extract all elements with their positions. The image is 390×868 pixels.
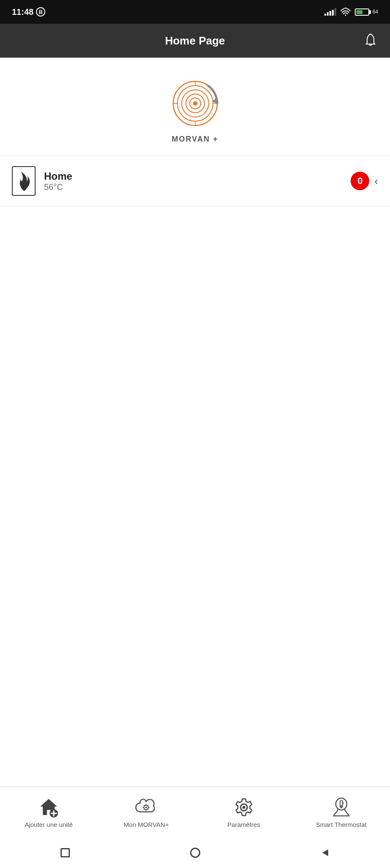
settings-icon (233, 796, 255, 818)
app-header: Home Page (0, 24, 390, 58)
nav-item-add-unit[interactable]: Ajouter une unité (0, 796, 97, 828)
page-title: Home Page (165, 34, 225, 47)
android-square-button[interactable] (58, 845, 73, 860)
bottom-nav: Ajouter une unité (0, 787, 390, 837)
status-icons: 64 (324, 8, 378, 16)
alert-badge[interactable]: 0 (351, 172, 369, 190)
bell-icon[interactable] (363, 32, 378, 49)
device-actions: 0 ‹ (351, 172, 378, 190)
nav-label-mon-morvan: Mon MORVAN+ (124, 821, 169, 828)
chevron-right-icon[interactable]: ‹ (374, 175, 378, 188)
logo-area: MORVAN + (0, 58, 390, 156)
nav-item-smart-thermostat[interactable]: Smart Thermostat (293, 796, 390, 828)
svg-marker-33 (322, 849, 328, 856)
brand-logo (166, 73, 225, 132)
status-time: 11:48 B (12, 7, 45, 17)
svg-point-17 (145, 807, 147, 808)
nav-item-parametres[interactable]: Paramètres (195, 796, 293, 828)
wifi-icon (340, 8, 351, 16)
android-home-button[interactable] (188, 845, 203, 860)
signal-icon (324, 8, 336, 16)
nav-item-mon-morvan[interactable]: Mon MORVAN+ (97, 796, 195, 828)
flame-icon (17, 170, 30, 192)
main-content: MORVAN + Home 56°C 0 ‹ (0, 58, 390, 868)
svg-line-24 (148, 805, 149, 806)
cloud-icon (135, 796, 157, 818)
nav-label-parametres: Paramètres (227, 821, 260, 828)
android-back-button[interactable] (318, 845, 333, 860)
svg-point-6 (193, 101, 197, 106)
device-row[interactable]: Home 56°C 0 ‹ (0, 156, 390, 206)
battery-icon: 64 (355, 8, 378, 16)
nav-label-smart-thermostat: Smart Thermostat (316, 821, 367, 828)
svg-line-22 (144, 805, 145, 806)
thermostat-icon (330, 796, 352, 818)
nav-label-add-unit: Ajouter une unité (25, 821, 72, 828)
svg-line-25 (144, 809, 145, 810)
svg-rect-30 (340, 805, 342, 808)
device-name: Home (44, 170, 351, 182)
android-nav-bar (0, 837, 390, 868)
status-bar: 11:48 B 64 (0, 0, 390, 24)
device-info: Home 56°C (44, 170, 351, 192)
svg-point-0 (345, 15, 346, 16)
content-empty (0, 206, 390, 787)
add-home-icon (38, 796, 60, 818)
b-badge: B (36, 7, 45, 17)
svg-point-27 (242, 806, 245, 809)
brand-name: MORVAN + (172, 135, 219, 144)
svg-line-23 (148, 809, 149, 810)
device-temperature: 56°C (44, 182, 351, 192)
device-icon-box (12, 166, 36, 196)
